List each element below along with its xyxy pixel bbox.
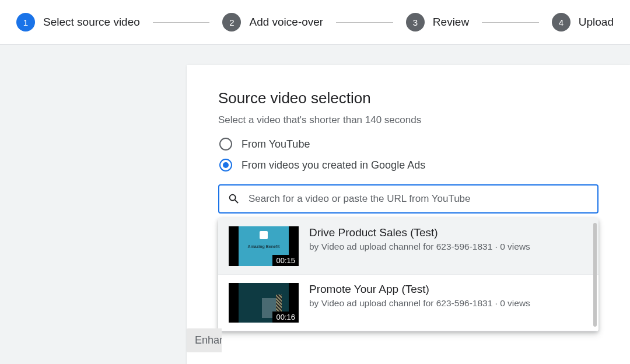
result-item-0[interactable]: Amazing Benefit 00:15 Drive Product Sale… xyxy=(218,218,598,275)
result-item-1[interactable]: 00:16 Promote Your App (Test) by Video a… xyxy=(218,275,598,331)
thumbnail: 00:16 xyxy=(229,283,299,323)
result-title: Drive Product Sales (Test) xyxy=(309,226,530,239)
results-dropdown: Amazing Benefit 00:15 Drive Product Sale… xyxy=(218,218,598,331)
step-3-number: 3 xyxy=(406,13,425,32)
step-3-label: Review xyxy=(433,16,469,29)
step-divider xyxy=(336,22,393,23)
step-1-number: 1 xyxy=(16,13,35,32)
duration-badge: 00:15 xyxy=(272,255,299,266)
content-area: Source video selection Select a video th… xyxy=(0,45,630,364)
card-subtitle: Select a video that's shorter than 140 s… xyxy=(218,114,598,126)
scrollbar[interactable] xyxy=(593,223,597,327)
step-2[interactable]: 2 Add voice-over xyxy=(222,13,323,32)
step-divider xyxy=(153,22,210,23)
stepper: 1 Select source video 2 Add voice-over 3… xyxy=(0,0,630,45)
step-1[interactable]: 1 Select source video xyxy=(16,13,140,32)
source-video-card: Source video selection Select a video th… xyxy=(187,65,630,364)
result-byline: by Video ad upload channel for 623-596-1… xyxy=(309,298,530,309)
result-meta: Drive Product Sales (Test) by Video ad u… xyxy=(309,226,530,266)
search-box[interactable] xyxy=(218,184,598,214)
result-title: Promote Your App (Test) xyxy=(309,283,530,296)
search-icon xyxy=(228,192,240,205)
radio-label-google-ads: From videos you created in Google Ads xyxy=(242,159,425,172)
duration-badge: 00:16 xyxy=(272,312,299,323)
step-4-label: Upload xyxy=(579,16,614,29)
search-input[interactable] xyxy=(249,193,589,205)
step-3[interactable]: 3 Review xyxy=(406,13,469,32)
radio-icon xyxy=(219,138,232,150)
enhance-chip[interactable]: Enhan xyxy=(187,328,222,352)
radio-label-youtube: From YouTube xyxy=(242,138,310,150)
step-divider xyxy=(482,22,539,23)
thumb-caption: Amazing Benefit xyxy=(248,244,280,249)
step-4-number: 4 xyxy=(552,13,570,32)
radio-from-youtube[interactable]: From YouTube xyxy=(219,138,598,150)
thumbnail: Amazing Benefit 00:15 xyxy=(229,226,299,266)
step-4[interactable]: 4 Upload xyxy=(552,13,614,32)
step-2-label: Add voice-over xyxy=(249,16,323,29)
result-byline: by Video ad upload channel for 623-596-1… xyxy=(309,242,530,252)
step-1-label: Select source video xyxy=(43,16,140,29)
radio-from-google-ads[interactable]: From videos you created in Google Ads xyxy=(219,159,598,172)
result-meta: Promote Your App (Test) by Video ad uplo… xyxy=(309,283,530,323)
radio-icon-selected xyxy=(219,159,232,172)
card-title: Source video selection xyxy=(218,89,598,107)
step-2-number: 2 xyxy=(222,13,241,32)
